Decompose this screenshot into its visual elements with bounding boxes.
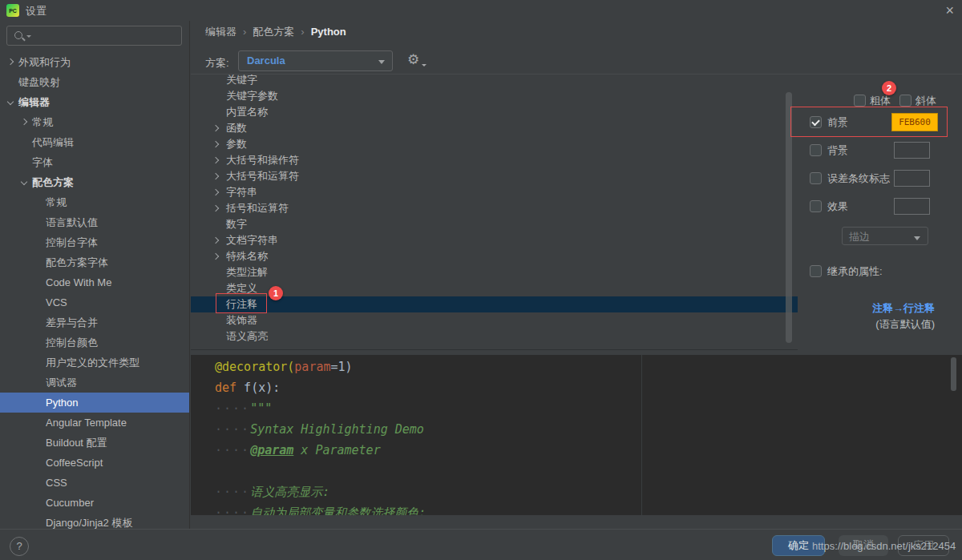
tree-item-label: 函数	[226, 122, 247, 134]
tree-item[interactable]: 类型注解	[191, 264, 798, 280]
code-block: @decorator(param=1)def f(x):····"""····S…	[215, 357, 426, 515]
code-preview-editor[interactable]: @decorator(param=1)def f(x):····"""····S…	[191, 355, 962, 515]
bold-checkbox[interactable]	[854, 95, 866, 107]
sidebar-item-label: 外观和行为	[18, 52, 71, 72]
sidebar-item-label: 调试器	[46, 373, 77, 393]
gear-icon[interactable]: ⚙	[407, 51, 419, 67]
code-token: ····	[215, 485, 250, 499]
tree-item[interactable]: 内置名称	[191, 104, 798, 120]
sidebar-item[interactable]: 控制台颜色	[0, 332, 189, 353]
tree-item[interactable]: 字符串	[191, 184, 798, 200]
sidebar-item[interactable]: 用户定义的文件类型	[0, 353, 189, 373]
breadcrumb-separator: ›	[301, 26, 304, 38]
chevron-right-icon[interactable]	[212, 253, 219, 260]
sidebar-item[interactable]: 字体	[0, 152, 189, 172]
tree-item[interactable]: 函数	[191, 120, 798, 136]
chevron-right-icon[interactable]	[212, 173, 219, 179]
chevron-down-icon[interactable]	[7, 99, 14, 105]
tree-item[interactable]: 特殊名称	[191, 248, 798, 264]
sidebar-item[interactable]: Buildout 配置	[0, 433, 189, 453]
tree-item[interactable]: 大括号和操作符	[191, 152, 798, 168]
sidebar-item[interactable]: 常规	[0, 112, 189, 132]
color-swatch-empty[interactable]	[894, 142, 930, 159]
chevron-right-icon[interactable]	[212, 125, 219, 131]
breadcrumb-editor[interactable]: 编辑器	[205, 26, 236, 38]
sidebar-item-label: VCS	[46, 292, 67, 312]
title-bar: PC 设置 ×	[0, 0, 962, 21]
sidebar-item[interactable]: Python	[0, 393, 189, 413]
sidebar-item-label: Cucumber	[46, 493, 94, 513]
chevron-right-icon[interactable]	[21, 119, 27, 125]
attr-checkbox[interactable]	[810, 144, 822, 156]
syntax-element-tree: 关键字关键字参数内置名称函数参数大括号和操作符大括号和运算符字符串括号和运算符数…	[191, 75, 798, 350]
sidebar-item[interactable]: 外观和行为	[0, 52, 189, 72]
sidebar-item-label: 字体	[32, 152, 53, 172]
chevron-right-icon[interactable]	[212, 157, 219, 163]
italic-checkbox[interactable]	[899, 95, 911, 107]
sidebar-item-label: CoffeeScript	[46, 453, 103, 473]
sidebar-item[interactable]: Django/Jinja2 模板	[0, 513, 189, 529]
editor-scrollbar[interactable]	[951, 357, 956, 391]
chevron-right-icon[interactable]	[212, 237, 219, 244]
sidebar-item[interactable]: 控制台字体	[0, 232, 189, 252]
chevron-right-icon[interactable]	[212, 189, 219, 195]
scheme-dropdown[interactable]: Darcula	[238, 50, 393, 71]
tree-item[interactable]: 大括号和运算符	[191, 168, 798, 184]
chevron-right-icon[interactable]	[7, 58, 14, 65]
attr-checkbox[interactable]	[810, 200, 822, 212]
tree-item[interactable]: 关键字参数	[191, 88, 798, 104]
sidebar-item[interactable]: 常规	[0, 192, 189, 212]
sidebar-item[interactable]: 编辑器	[0, 92, 189, 112]
tree-item[interactable]: 语义高亮	[191, 328, 798, 344]
gear-caret-icon	[422, 64, 426, 66]
breadcrumb-color-scheme[interactable]: 配色方案	[253, 26, 294, 38]
sidebar-item[interactable]: Cucumber	[0, 493, 189, 513]
close-icon[interactable]: ×	[945, 2, 954, 19]
inherited-checkbox[interactable]	[810, 265, 822, 277]
code-token: =1)	[331, 360, 353, 374]
sidebar-item[interactable]: 配色方案	[0, 172, 189, 192]
sidebar-item[interactable]: VCS	[0, 292, 189, 312]
sidebar-item[interactable]: 代码编辑	[0, 132, 189, 152]
sidebar-item[interactable]: CSS	[0, 473, 189, 493]
tree-item[interactable]: 文档字符串	[191, 232, 798, 248]
code-token: Syntax Highlighting Demo	[250, 422, 424, 437]
tree-item[interactable]: 装饰器	[191, 312, 798, 328]
tree-item[interactable]: 关键字	[191, 75, 798, 88]
sidebar-item[interactable]: 配色方案字体	[0, 252, 189, 272]
code-line: @decorator(param=1)	[215, 357, 426, 377]
inherited-label: 继承的属性:	[827, 264, 883, 279]
chevron-right-icon[interactable]	[212, 141, 219, 147]
tree-item[interactable]: 行注释	[191, 296, 798, 312]
chevron-down-icon[interactable]	[21, 179, 27, 185]
tree-item[interactable]: 数字	[191, 216, 798, 232]
sidebar-item-label: 编辑器	[18, 92, 50, 112]
color-swatch-empty[interactable]	[894, 198, 930, 215]
annotation-badge-2: 2	[882, 81, 896, 95]
tree-item[interactable]: 括号和运算符	[191, 200, 798, 216]
tree-item-label: 大括号和运算符	[226, 170, 299, 182]
sidebar-item-label: 语言默认值	[46, 212, 98, 232]
sidebar-item[interactable]: 语言默认值	[0, 212, 189, 232]
tree-item-label: 关键字	[226, 75, 257, 86]
chevron-right-icon[interactable]	[212, 205, 219, 212]
attr-checkbox[interactable]	[810, 172, 822, 184]
inherit-rule-link[interactable]: 注释→行注释	[798, 301, 935, 316]
sidebar-item[interactable]: CoffeeScript	[0, 453, 189, 473]
code-line: def f(x):	[215, 377, 426, 398]
code-token: ····	[215, 506, 250, 515]
sidebar-item[interactable]: 键盘映射	[0, 72, 189, 92]
search-input[interactable]	[31, 27, 179, 46]
tree-item-label: 特殊名称	[226, 250, 268, 262]
effect-type-dropdown[interactable]: 描边	[842, 227, 928, 245]
sidebar-item-label: 配色方案	[32, 172, 74, 192]
tree-item[interactable]: 参数	[191, 136, 798, 152]
sidebar-item[interactable]: Code With Me	[0, 272, 189, 292]
color-swatch-empty[interactable]	[894, 170, 930, 187]
sidebar-item-label: Code With Me	[46, 272, 111, 292]
sidebar-item[interactable]: 差异与合并	[0, 312, 189, 332]
sidebar-item[interactable]: Angular Template	[0, 413, 189, 433]
tree-item-label: 文档字符串	[226, 234, 278, 246]
sidebar-item[interactable]: 调试器	[0, 373, 189, 393]
settings-search-box[interactable]	[6, 26, 182, 46]
